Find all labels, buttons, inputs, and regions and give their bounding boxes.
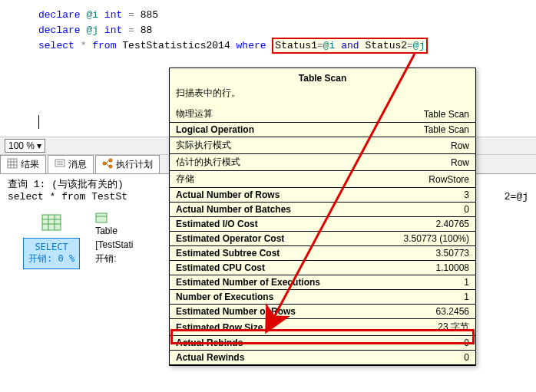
- where-clause-highlight: Status1=@i and Status2=@j: [272, 38, 428, 54]
- tab-execution-plan[interactable]: 执行计划: [95, 155, 160, 173]
- tooltip-row: Logical OperationTable Scan: [170, 123, 475, 137]
- code-line: select * from TestStatistics2014 where S…: [38, 38, 528, 54]
- tooltip-row: Estimated Number of Executions1: [170, 275, 475, 290]
- code-line: declare @j int = 88: [38, 23, 528, 38]
- tooltip-row: Estimated Subtree Cost3.50773: [170, 246, 475, 261]
- table-icon: [39, 210, 64, 235]
- tooltip-row: Estimated CPU Cost1.10008: [170, 261, 475, 275]
- tooltip-row: Estimated Row Size23 字节: [170, 319, 475, 336]
- svg-line-11: [106, 160, 109, 163]
- tooltip-row: 存储RowStore: [170, 171, 475, 188]
- code-line: declare @i int = 885: [38, 8, 528, 23]
- operator-tooltip: Table Scan 扫描表中的行。 物理运算Table ScanLogical…: [169, 68, 476, 366]
- tooltip-row: Actual Number of Rows3: [170, 188, 475, 203]
- tab-messages[interactable]: 消息: [48, 155, 94, 173]
- tab-label: 执行计划: [116, 158, 153, 171]
- svg-point-10: [109, 165, 112, 168]
- svg-point-8: [103, 162, 106, 165]
- svg-line-12: [106, 163, 109, 166]
- svg-point-9: [109, 159, 112, 162]
- plan-icon: [102, 158, 113, 171]
- tooltip-row: Number of Executions1: [170, 290, 475, 305]
- tooltip-row: 实际执行模式Row: [170, 137, 475, 154]
- tooltip-row: 物理运算Table Scan: [170, 106, 475, 123]
- grid-icon: [7, 158, 18, 171]
- tooltip-description: 扫描表中的行。: [170, 85, 475, 106]
- table-icon: [95, 212, 108, 224]
- svg-rect-13: [42, 215, 61, 230]
- tooltip-row: Estimated Operator Cost3.50773 (100%): [170, 232, 475, 246]
- tab-results[interactable]: 结果: [0, 155, 46, 173]
- tooltip-title: Table Scan: [170, 68, 475, 85]
- tooltip-row: Actual Rebinds0: [170, 336, 475, 351]
- plan-node-select[interactable]: SELECT 开销: 0 %: [23, 210, 80, 269]
- tooltip-row: 估计的执行模式Row: [170, 154, 475, 171]
- tab-label: 结果: [21, 158, 39, 171]
- plan-node-tablescan[interactable]: Table [TestStati 开销:: [95, 210, 133, 265]
- svg-rect-0: [8, 159, 17, 168]
- tooltip-row: Estimated I/O Cost2.40765: [170, 217, 475, 232]
- svg-rect-18: [96, 213, 107, 222]
- tab-label: 消息: [68, 158, 87, 171]
- tooltip-row: Actual Number of Batches0: [170, 203, 475, 217]
- tooltip-row: Estimated Number of Rows63.2456: [170, 305, 475, 319]
- tooltip-properties: 物理运算Table ScanLogical OperationTable Sca…: [170, 106, 475, 365]
- chevron-down-icon: ▾: [37, 140, 41, 151]
- zoom-select[interactable]: 100 % ▾: [5, 139, 45, 153]
- tooltip-row: Actual Rewinds0: [170, 351, 475, 365]
- message-icon: [55, 158, 65, 171]
- svg-rect-5: [55, 160, 65, 166]
- select-cost-label: SELECT 开销: 0 %: [23, 238, 80, 269]
